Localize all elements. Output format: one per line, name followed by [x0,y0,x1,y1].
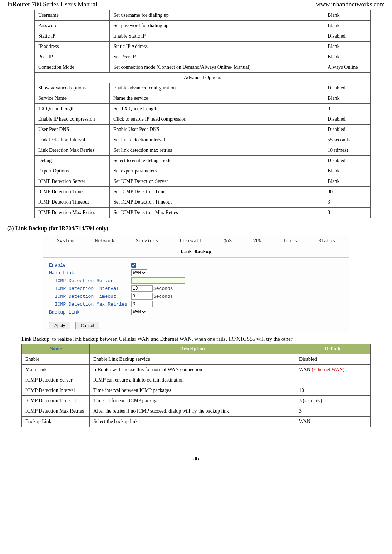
seconds-unit: Seconds [153,286,173,291]
table-row: TX Queue LengthSet TX Queue Length3 [35,104,371,114]
seconds-unit: Seconds [153,294,173,299]
mainlink-select[interactable]: WAN [131,269,147,276]
page-number: 36 [0,456,392,462]
menubar: SystemNetworkServicesFirewallQoSVPNTools… [43,236,349,246]
menu-item[interactable]: VPN [253,238,261,244]
table-row: PasswordSet password for dialing upBlank [35,21,371,31]
table-row: Link Detection IntervalSet link detectio… [35,135,371,145]
menu-item[interactable]: Tools [283,238,297,244]
table-row: Main LinkInRouter will choose this for n… [22,365,371,375]
table-row: UsernameSet username for dialing upBlank [35,10,371,21]
table-row: ICMP Detection Max RetriesAfter the retr… [22,406,371,417]
enable-checkbox[interactable] [131,263,136,268]
menu-item[interactable]: Network [95,238,115,244]
cancel-button[interactable]: Cancel [75,322,99,329]
mainlink-label: Main Link [49,270,131,276]
table-row: IP addressStatic IP AddressBlank [35,42,371,52]
icmp-maxretries-label: ICMP Detection Max Retries [49,302,131,307]
icmp-server-input[interactable] [131,277,185,284]
icmp-interval-input[interactable] [131,285,153,292]
col-def: Default [295,344,371,354]
table-row: Enable IP head compressionClick to enabl… [35,114,371,125]
panel-title: Link Backup [43,246,349,258]
table-row: ICMP Detection ServerSet ICMP Detection … [35,176,371,187]
backup-label: Backup Link [49,310,131,315]
icmp-timeout-label: ICMP Detection Timeout [49,294,131,299]
page-header: InRouter 700 Series User's Manual www.in… [0,0,392,10]
config-table-1: UsernameSet username for dialing upBlank… [34,10,371,218]
col-name: Name [22,344,90,354]
table-row: Expert OptionsSet expert parametersBlank [35,166,371,176]
backup-select[interactable]: WAN [131,309,147,315]
col-desc: Description [90,344,295,354]
table-row: Static IPEnable Static IPDisabled [35,31,371,42]
table-row: ICMP Detection TimeoutSet ICMP Detection… [35,197,371,208]
menu-item[interactable]: QoS [224,238,232,244]
table-row: Show advanced optionsEnable advanced con… [35,83,371,93]
icmp-interval-label: ICMP Detection Interval [49,286,131,291]
table-row: ICMP Detection TimeSet ICMP Detection Ti… [35,187,371,197]
menu-item[interactable]: Services [136,238,158,244]
table-row: EnableEnable Link Backup serviceDisabled [22,354,371,365]
enable-label: Enable [49,263,131,268]
doc-url: www.inhandnetworks.com [316,1,385,8]
menu-item[interactable]: Firewall [180,238,202,244]
link-backup-screenshot: SystemNetworkServicesFirewallQoSVPNTools… [43,236,349,332]
table-row: User Peer DNSEnable User Peer DNSDisable… [35,125,371,135]
apply-button[interactable]: Apply [49,322,70,329]
menu-item[interactable]: Status [318,238,335,244]
icmp-server-label: ICMP Detection Server [49,278,131,283]
table2-caption: Link Backup, to realize link backup betw… [21,336,371,342]
table-row: ICMP Detection ServerICMP can ensure a l… [22,375,371,385]
table-row: Backup LinkSelect the backup linkWAN [22,417,371,427]
table-row: Connection ModeSet connection mode (Conn… [35,62,371,73]
table-row: ICMP Detection IntervalTime interval bet… [22,385,371,396]
table-row: Service NameName the serviceBlank [35,93,371,104]
table-row: Peer IPSet Peer IPBlank [35,52,371,62]
advanced-options-row: Advanced Options [35,73,371,83]
table-row: ICMP Detection TimeoutTimeout for each I… [22,396,371,406]
section-heading: (3) Link Backup (for IR704/714/794 only) [7,225,371,232]
table-row: ICMP Detection Max RetiesSet ICMP Detect… [35,208,371,218]
table-row: Link Detection Max RetriesSet link detec… [35,145,371,156]
config-table-2: Name Description Default EnableEnable Li… [21,344,371,427]
icmp-maxretries-input[interactable] [131,301,153,307]
doc-title: InRouter 700 Series User's Manual [7,1,97,8]
icmp-timeout-input[interactable] [131,293,153,300]
menu-item[interactable]: System [57,238,74,244]
table-row: DebugSelect to enable debug-modeDisabled [35,156,371,166]
